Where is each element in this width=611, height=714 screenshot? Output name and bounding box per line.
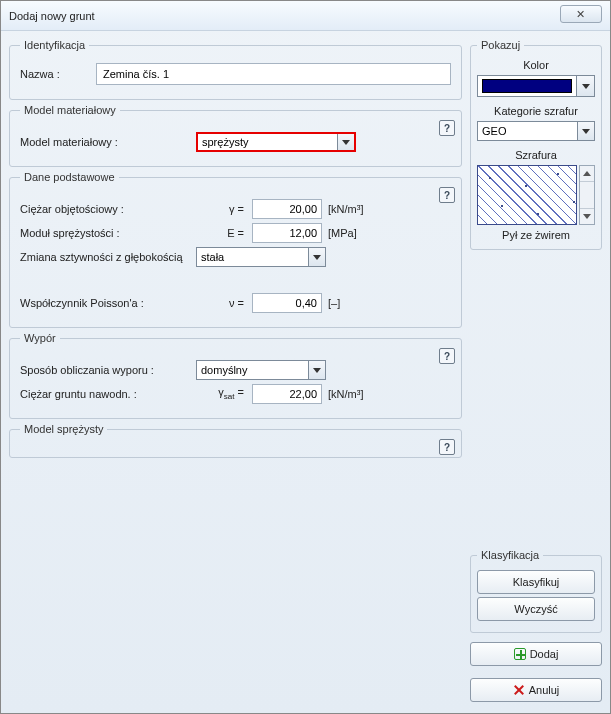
- chevron-down-icon: [577, 122, 594, 140]
- material-model-label: Model materiałowy :: [20, 136, 190, 148]
- hatch-name: Pył ze żwirem: [477, 229, 595, 241]
- classify-button[interactable]: Klasyfikuj: [477, 570, 595, 594]
- name-label: Nazwa :: [20, 68, 90, 80]
- close-button[interactable]: ✕: [560, 5, 602, 23]
- material-model-combo[interactable]: sprężysty: [196, 132, 356, 152]
- name-input[interactable]: [96, 63, 451, 85]
- stiffness-change-combo[interactable]: stała: [196, 247, 326, 267]
- show-legend: Pokazuj: [477, 39, 524, 51]
- classification-legend: Klasyfikacja: [477, 549, 543, 561]
- sat-weight-label: Ciężar gruntu nawodn. :: [20, 388, 190, 400]
- left-panel: Identyfikacja Nazwa : Model materiałowy …: [9, 39, 462, 705]
- uplift-group: Wypór ? Sposób obliczania wyporu : domyś…: [9, 332, 462, 419]
- basic-data-legend: Dane podstawowe: [20, 171, 119, 183]
- add-button[interactable]: Dodaj: [470, 642, 602, 666]
- chevron-down-icon: [308, 361, 325, 379]
- plus-icon: [514, 648, 526, 660]
- unit-weight-symbol: γ =: [196, 203, 246, 215]
- emod-input[interactable]: [252, 223, 322, 243]
- help-icon[interactable]: ?: [439, 348, 455, 364]
- uplift-legend: Wypór: [20, 332, 60, 344]
- uplift-calc-value: domyślny: [197, 364, 325, 376]
- elastic-model-legend: Model sprężysty: [20, 423, 107, 435]
- clear-button[interactable]: Wyczyść: [477, 597, 595, 621]
- sat-weight-unit: [kN/m³]: [328, 388, 378, 400]
- stiffness-change-value: stała: [197, 251, 325, 263]
- material-model-legend: Model materiałowy: [20, 104, 120, 116]
- color-combo[interactable]: [477, 75, 595, 97]
- help-icon[interactable]: ?: [439, 439, 455, 455]
- hatch-scrollbar[interactable]: [579, 165, 595, 225]
- identification-group: Identyfikacja Nazwa :: [9, 39, 462, 100]
- hatch-category-label: Kategorie szrafur: [477, 105, 595, 117]
- material-model-value: sprężysty: [198, 136, 354, 148]
- chevron-down-icon: [337, 134, 354, 150]
- emod-symbol: E =: [196, 227, 246, 239]
- show-group: Pokazuj Kolor Kategorie szrafur GEO Szra…: [470, 39, 602, 250]
- hatch-preview[interactable]: [477, 165, 577, 225]
- content-area: Identyfikacja Nazwa : Model materiałowy …: [1, 31, 610, 713]
- classification-group: Klasyfikacja Klasyfikuj Wyczyść: [470, 549, 602, 633]
- scroll-up-icon[interactable]: [580, 166, 594, 182]
- elastic-model-group: Model sprężysty ?: [9, 423, 462, 458]
- poisson-input[interactable]: [252, 293, 322, 313]
- hatch-category-combo[interactable]: GEO: [477, 121, 595, 141]
- unit-weight-label: Ciężar objętościowy :: [20, 203, 190, 215]
- poisson-symbol: ν =: [196, 297, 246, 309]
- material-model-group: Model materiałowy ? Model materiałowy : …: [9, 104, 462, 167]
- poisson-label: Współczynnik Poisson'a :: [20, 297, 190, 309]
- right-panel: Pokazuj Kolor Kategorie szrafur GEO Szra…: [470, 39, 602, 705]
- hatch-label: Szrafura: [477, 149, 595, 161]
- sat-weight-input[interactable]: [252, 384, 322, 404]
- emod-label: Moduł sprężystości :: [20, 227, 190, 239]
- uplift-calc-combo[interactable]: domyślny: [196, 360, 326, 380]
- unit-weight-unit: [kN/m³]: [328, 203, 378, 215]
- poisson-unit: [–]: [328, 297, 378, 309]
- titlebar: Dodaj nowy grunt ✕: [1, 1, 610, 31]
- stiffness-change-label: Zmiana sztywności z głębokością: [20, 251, 190, 263]
- scroll-down-icon[interactable]: [580, 208, 594, 224]
- cancel-button[interactable]: Anuluj: [470, 678, 602, 702]
- color-swatch: [482, 79, 572, 93]
- identification-legend: Identyfikacja: [20, 39, 89, 51]
- basic-data-group: Dane podstawowe ? Ciężar objętościowy : …: [9, 171, 462, 328]
- dialog-window: Dodaj nowy grunt ✕ Identyfikacja Nazwa :…: [0, 0, 611, 714]
- help-icon[interactable]: ?: [439, 120, 455, 136]
- window-title: Dodaj nowy grunt: [9, 10, 95, 22]
- emod-unit: [MPa]: [328, 227, 378, 239]
- sat-weight-symbol: γsat =: [196, 386, 246, 401]
- uplift-calc-label: Sposób obliczania wyporu :: [20, 364, 190, 376]
- close-icon: ✕: [576, 8, 586, 21]
- chevron-down-icon: [308, 248, 325, 266]
- color-label: Kolor: [477, 59, 595, 71]
- chevron-down-icon: [576, 76, 594, 96]
- close-icon: [513, 684, 525, 696]
- help-icon[interactable]: ?: [439, 187, 455, 203]
- unit-weight-input[interactable]: [252, 199, 322, 219]
- hatch-preview-wrap: [477, 165, 595, 225]
